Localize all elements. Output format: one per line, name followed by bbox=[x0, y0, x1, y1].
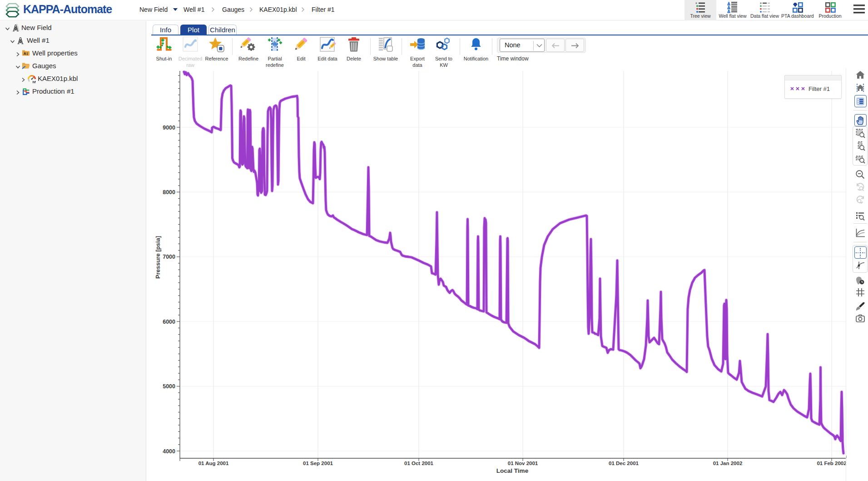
svg-text:5000: 5000 bbox=[163, 383, 175, 390]
svg-text:7000: 7000 bbox=[163, 254, 175, 260]
svg-text:6000: 6000 bbox=[163, 319, 175, 325]
svg-text:Local Time: Local Time bbox=[496, 467, 529, 474]
svg-text:01 Jan 2002: 01 Jan 2002 bbox=[713, 461, 743, 466]
svg-text:01 Aug 2001: 01 Aug 2001 bbox=[198, 461, 229, 466]
svg-text:01 Nov 2001: 01 Nov 2001 bbox=[508, 461, 538, 466]
svg-text:hf: hf bbox=[33, 80, 36, 84]
svg-text:01 Dec 2001: 01 Dec 2001 bbox=[609, 461, 639, 466]
svg-text:Pressure [psia]: Pressure [psia] bbox=[154, 236, 161, 279]
svg-text:9000: 9000 bbox=[163, 125, 175, 131]
svg-text:4000: 4000 bbox=[163, 448, 175, 455]
svg-text:8000: 8000 bbox=[163, 189, 175, 195]
svg-text:01 Oct 2001: 01 Oct 2001 bbox=[404, 461, 434, 466]
svg-text:01 Sep 2001: 01 Sep 2001 bbox=[303, 461, 333, 466]
svg-text:01 Feb 2002: 01 Feb 2002 bbox=[817, 461, 846, 466]
